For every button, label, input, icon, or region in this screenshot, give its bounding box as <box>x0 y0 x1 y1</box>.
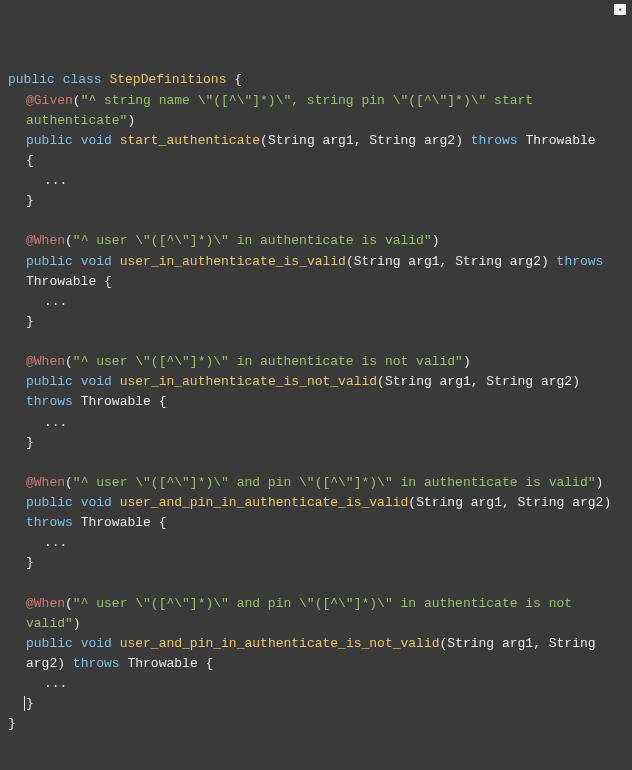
method-signature: public void user_and_pin_in_authenticate… <box>8 634 624 674</box>
method-name: user_and_pin_in_authenticate_is_valid <box>120 495 409 510</box>
menu-button[interactable]: ▾ <box>614 4 626 15</box>
class-close: } <box>8 714 624 734</box>
method-signature: public void user_and_pin_in_authenticate… <box>8 493 624 533</box>
method-name: user_in_authenticate_is_valid <box>120 254 346 269</box>
annotation: @When <box>26 475 65 490</box>
method-body-ellipsis: ... <box>8 292 624 312</box>
chevron-down-icon: ▾ <box>618 7 622 14</box>
method-body-ellipsis: ... <box>8 533 624 553</box>
method-close: } <box>8 191 624 211</box>
method-body-ellipsis: ... <box>8 674 624 694</box>
annotation-line: @When("^ user \"([^\"]*)\" and pin \"([^… <box>8 594 624 634</box>
method-close: } <box>8 694 624 714</box>
code-block: ▾ public class StepDefinitions {@Given("… <box>0 0 632 763</box>
blank-line <box>8 453 624 473</box>
annotation: @When <box>26 233 65 248</box>
method-name: user_and_pin_in_authenticate_is_not_vali… <box>120 636 440 651</box>
method-close: } <box>8 312 624 332</box>
class-declaration: public class StepDefinitions { <box>8 70 624 90</box>
annotation: @Given <box>26 93 73 108</box>
method-name: user_in_authenticate_is_not_valid <box>120 374 377 389</box>
annotation-string: "^ user \"([^\"]*)\" and pin \"([^\"]*)\… <box>26 596 580 631</box>
method-body-ellipsis: ... <box>8 171 624 191</box>
text-cursor <box>24 696 25 711</box>
annotation-line: @When("^ user \"([^\"]*)\" in authentica… <box>8 231 624 251</box>
annotation: @When <box>26 596 65 611</box>
blank-line <box>8 574 624 594</box>
annotation-line: @Given("^ string name \"([^\"]*)\", stri… <box>8 91 624 131</box>
annotation-line: @When("^ user \"([^\"]*)\" in authentica… <box>8 352 624 372</box>
annotation-string: "^ user \"([^\"]*)\" in authenticate is … <box>73 354 463 369</box>
method-signature: public void start_authenticate(String ar… <box>8 131 624 171</box>
annotation-string: "^ user \"([^\"]*)\" and pin \"([^\"]*)\… <box>73 475 596 490</box>
method-body-ellipsis: ... <box>8 413 624 433</box>
annotation-line: @When("^ user \"([^\"]*)\" and pin \"([^… <box>8 473 624 493</box>
annotation: @When <box>26 354 65 369</box>
annotation-string: "^ user \"([^\"]*)\" in authenticate is … <box>73 233 432 248</box>
method-close: } <box>8 433 624 453</box>
annotation-string: "^ string name \"([^\"]*)\", string pin … <box>26 93 541 128</box>
method-name: start_authenticate <box>120 133 260 148</box>
method-signature: public void user_in_authenticate_is_not_… <box>8 372 624 412</box>
method-signature: public void user_in_authenticate_is_vali… <box>8 252 624 292</box>
method-close: } <box>8 553 624 573</box>
blank-line <box>8 211 624 231</box>
blank-line <box>8 332 624 352</box>
code-body: public class StepDefinitions {@Given("^ … <box>8 70 624 734</box>
